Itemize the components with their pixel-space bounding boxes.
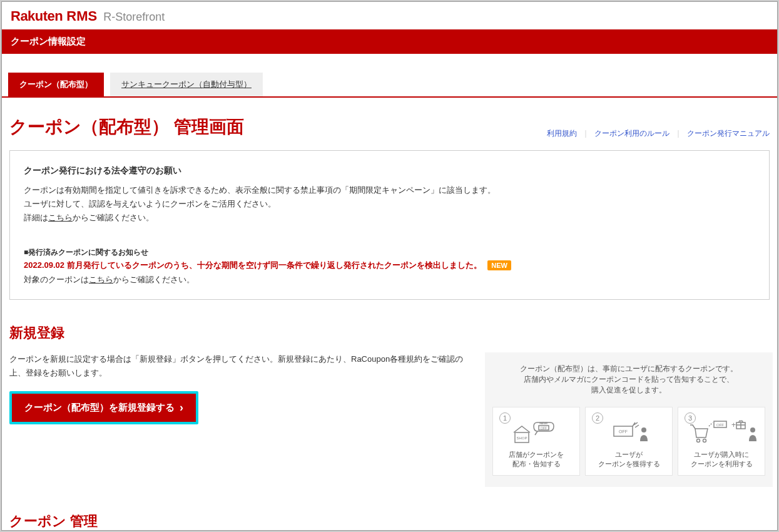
chevron-right-icon: › xyxy=(180,401,183,414)
notice-target-link[interactable]: こちら xyxy=(89,275,113,284)
header-title: クーポン情報設定 xyxy=(2,29,777,54)
cta-highlight: クーポン（配布型）を新規登録する › xyxy=(9,391,198,424)
title-row: クーポン（配布型） 管理画面 利用規約 ｜ クーポン利用のルール ｜ クーポン発… xyxy=(9,115,770,139)
tab-coupon-distribute[interactable]: クーポン（配布型） xyxy=(8,73,104,96)
logo-brand: Rakuten xyxy=(11,8,63,24)
notice-subheading: ■発行済みクーポンに関するお知らせ xyxy=(24,246,755,258)
page-title: クーポン（配布型） 管理画面 xyxy=(9,115,244,139)
separator: ｜ xyxy=(582,128,589,139)
svg-point-8 xyxy=(697,439,700,442)
register-description: クーポンを新規に設定する場合は「新規登録」ボタンを押してください。新規登録にあた… xyxy=(9,352,472,380)
svg-point-14 xyxy=(750,427,755,432)
register-column: クーポンを新規に設定する場合は「新規登録」ボタンを押してください。新規登録にあた… xyxy=(9,352,472,488)
tabs: クーポン（配布型） サンキュークーポン（自動付与型） xyxy=(2,73,777,98)
notice-line: ユーザに対して、誤認を与えないようにクーポンをご活用ください。 xyxy=(24,197,755,211)
notice-alert-line: 2022.09.02 前月発行しているクーポンのうち、十分な期間を空けず同一条件… xyxy=(24,258,755,272)
svg-text:OFF: OFF xyxy=(716,423,724,427)
svg-text:SHOP: SHOP xyxy=(516,436,527,440)
tab-thankyou-coupon[interactable]: サンキュークーポン（自動付与型） xyxy=(110,73,263,96)
main-content: クーポン（配布型） 管理画面 利用規約 ｜ クーポン利用のルール ｜ クーポン発… xyxy=(2,115,777,531)
step-number: 2 xyxy=(592,412,603,424)
notice-box: クーポン発行における法令遵守のお願い クーポンは有効期間を指定して値引きを訴求で… xyxy=(9,150,770,300)
title-links: 利用規約 ｜ クーポン利用のルール ｜ クーポン発行マニュアル xyxy=(547,128,770,139)
link-rules[interactable]: クーポン利用のルール xyxy=(594,128,670,139)
app-window: Rakuten RMS R-Storefront クーポン情報設定 クーポン（配… xyxy=(1,1,778,531)
step-card-2: 2 OFF xyxy=(585,407,673,476)
step-card-1: 1 SHOP NEW! xyxy=(492,407,580,476)
svg-point-7 xyxy=(641,427,646,432)
lower-row: クーポンを新規に設定する場合は「新規登録」ボタンを押してください。新規登録にあた… xyxy=(9,352,770,488)
svg-point-9 xyxy=(703,439,706,442)
notice-line: 対象のクーポンはこちらからご確認ください。 xyxy=(24,273,755,287)
logo-product: RMS xyxy=(66,8,97,24)
svg-text:OFF: OFF xyxy=(541,426,547,430)
new-badge: NEW xyxy=(487,260,511,270)
notice-line: 詳細はこちらからご確認ください。 xyxy=(24,211,755,225)
svg-text:OFF: OFF xyxy=(619,429,628,434)
logo-sub: R-Storefront xyxy=(103,11,165,24)
logo-bar: Rakuten RMS R-Storefront xyxy=(2,2,777,29)
notice-title: クーポン発行における法令遵守のお願い xyxy=(24,163,755,178)
link-manual[interactable]: クーポン発行マニュアル xyxy=(687,128,770,139)
info-line: クーポン（配布型）は、事前にユーザに配布するクーポンです。 xyxy=(492,364,765,374)
step-number: 1 xyxy=(499,412,511,424)
info-line: 購入促進を促します。 xyxy=(492,385,765,396)
section-manage-heading: クーポン 管理 xyxy=(9,512,770,531)
step-label: ユーザが クーポンを獲得する xyxy=(589,450,668,469)
notice-detail-link[interactable]: こちら xyxy=(48,213,73,222)
register-coupon-button[interactable]: クーポン（配布型）を新規登録する › xyxy=(12,394,196,422)
svg-text:NEW!: NEW! xyxy=(539,421,548,425)
steps-row: 1 SHOP NEW! xyxy=(492,407,765,476)
step-label: ユーザが購入時に クーポンを利用する xyxy=(682,450,761,469)
notice-line: クーポンは有効期間を指定して値引きを訴求できるため、表示全般に関する禁止事項の「… xyxy=(24,183,755,197)
step-label: 店舗がクーポンを 配布・告知する xyxy=(497,450,576,469)
step-card-3: 3 OFF xyxy=(678,407,765,476)
separator: ｜ xyxy=(675,128,682,139)
svg-text:+: + xyxy=(731,421,736,429)
cta-label: クーポン（配布型）を新規登録する xyxy=(24,402,175,414)
notice-alert: 2022.09.02 前月発行しているクーポンのうち、十分な期間を空けず同一条件… xyxy=(24,260,482,270)
section-register-heading: 新規登録 xyxy=(9,324,770,342)
step-number: 3 xyxy=(685,412,696,424)
info-line: 店舗内やメルマガにクーポンコードを貼って告知することで、 xyxy=(492,374,765,385)
info-panel: クーポン（配布型）は、事前にユーザに配布するクーポンです。 店舗内やメルマガにク… xyxy=(485,352,773,488)
link-terms[interactable]: 利用規約 xyxy=(547,128,577,139)
